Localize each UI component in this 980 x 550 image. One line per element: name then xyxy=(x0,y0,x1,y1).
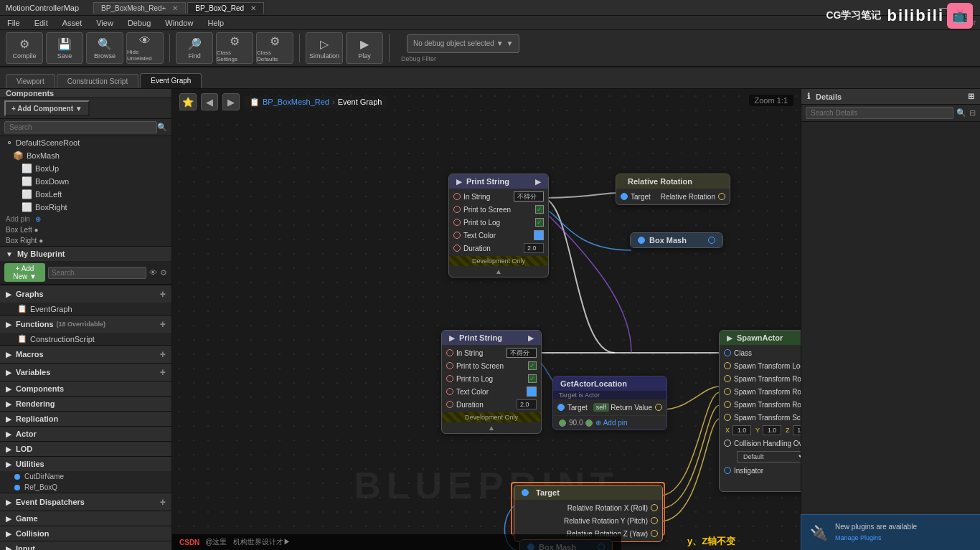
print1-collapse[interactable]: ▲ xyxy=(449,266,548,277)
lod-section[interactable]: ▶ LOD xyxy=(0,441,171,456)
close-tab-1-icon[interactable]: ✕ xyxy=(172,4,178,12)
variables-section[interactable]: ▶ Variables + xyxy=(0,363,171,381)
menu-debug[interactable]: Debug xyxy=(125,19,154,27)
tab-viewport[interactable]: Viewport xyxy=(6,74,55,88)
spawn-expand-row[interactable]: ▼ xyxy=(720,477,801,490)
tab-boxmesh-red[interactable]: BP_BoxMesh_Red+ ✕ xyxy=(93,2,186,14)
simulation-button[interactable]: ▷ Simulation xyxy=(306,32,343,64)
graphs-add-icon[interactable]: + xyxy=(160,288,166,300)
print1-instring-input[interactable] xyxy=(514,191,544,201)
add-pin-icon[interactable]: ⊕ xyxy=(35,215,41,223)
plugin-link[interactable]: Manage Plugins xyxy=(835,534,917,543)
get-actor-location-node[interactable]: GetActorLocation Target is Actor Target … xyxy=(552,376,667,430)
tab-construction-script[interactable]: Construction Script xyxy=(57,74,138,88)
spawn-rotz-row: Spawn Transform Rotation Z (Yaw) xyxy=(720,398,801,411)
eye-icon[interactable]: 👁 xyxy=(149,268,157,277)
bookmark-button[interactable]: ⭐ xyxy=(179,93,197,110)
print1-color-swatch[interactable] xyxy=(534,230,544,240)
utilities-section[interactable]: ▶ Utilities xyxy=(0,456,171,471)
settings-small-icon[interactable]: ⚙ xyxy=(160,268,167,278)
details-collapse-icon[interactable]: ⊟ xyxy=(969,108,976,118)
my-blueprint-search[interactable] xyxy=(48,267,146,279)
add-component-button[interactable]: + Add Component ▼ xyxy=(4,100,90,116)
menu-asset[interactable]: Asset xyxy=(60,19,85,27)
actor-section[interactable]: ▶ Actor xyxy=(0,426,171,441)
tree-item-boxright[interactable]: ⬜ BoxRight xyxy=(0,201,171,214)
boxmash1-in-pin xyxy=(638,237,645,244)
details-search-input[interactable] xyxy=(806,107,953,119)
ref-boxq-var[interactable]: Ref_BoxQ xyxy=(0,482,171,493)
collision-section[interactable]: ▶ Collision xyxy=(0,526,171,541)
replication-section[interactable]: ▶ Replication xyxy=(0,411,171,426)
menu-help[interactable]: Help xyxy=(204,19,227,27)
print-string-node-2[interactable]: ▶ Print String ▶ In String Print to Scre… xyxy=(441,330,542,434)
components-search-input[interactable] xyxy=(4,121,157,133)
macros-add-icon[interactable]: + xyxy=(160,349,166,360)
print2-duration-input[interactable] xyxy=(517,399,537,409)
scale-y-input[interactable] xyxy=(763,425,781,435)
variables-add-icon[interactable]: + xyxy=(160,366,166,378)
my-blueprint-header[interactable]: ▼ My Blueprint xyxy=(0,246,171,261)
event-graph-item[interactable]: 📋 EventGraph xyxy=(0,303,171,315)
browse-button[interactable]: 🔍 Browse xyxy=(86,32,123,64)
menu-view[interactable]: View xyxy=(93,19,116,27)
tree-item-defaultsceneroot[interactable]: ⚬ DefaultSceneRoot xyxy=(0,136,171,149)
tree-item-boxmash[interactable]: 📦 BoxMash xyxy=(0,149,171,162)
menu-file[interactable]: File xyxy=(4,19,23,27)
collision-dropdown[interactable]: Default xyxy=(737,451,801,463)
rep-chevron-icon: ▶ xyxy=(6,415,11,423)
forward-button[interactable]: ▶ xyxy=(222,93,240,110)
details-grid-icon[interactable]: ⊞ xyxy=(968,92,974,101)
hide-unrelated-button[interactable]: 👁 Hide Unrelated xyxy=(126,32,164,64)
print2-instring-input[interactable] xyxy=(507,348,537,358)
menu-window[interactable]: Window xyxy=(162,19,196,27)
scale-z-input[interactable] xyxy=(793,425,801,435)
add-pin-canvas[interactable]: ⊕ Add pin xyxy=(595,419,627,427)
construction-script-item[interactable]: 📋 ConstructionScript xyxy=(0,333,171,345)
breadcrumb-root[interactable]: BP_BoxMesh_Red xyxy=(263,98,329,106)
rendering-section[interactable]: ▶ Rendering xyxy=(0,396,171,411)
debug-object-selector[interactable]: No debug object selected ▼ ▼ xyxy=(407,34,519,53)
relative-rotation-node-2[interactable]: Target Relative Rotation X (Roll) Relati… xyxy=(514,485,663,542)
print1-screen-check[interactable]: ✓ xyxy=(535,205,544,214)
relative-rotation-node-1[interactable]: Relative Rotation Target Relative Rotati… xyxy=(616,174,730,205)
canvas-area[interactable]: ⭐ ◀ ▶ 📋 BP_BoxMesh_Red › Event Graph Zoo… xyxy=(172,89,801,550)
event-dispatchers-section[interactable]: ▶ Event Dispatchers + xyxy=(0,493,171,511)
menu-edit[interactable]: Edit xyxy=(32,19,51,27)
tree-item-boxleft[interactable]: ⬜ BoxLeft xyxy=(0,188,171,201)
macros-section[interactable]: ▶ Macros + xyxy=(0,345,171,363)
print2-screen-check[interactable]: ✓ xyxy=(528,361,537,370)
print1-duration-input[interactable] xyxy=(524,243,544,253)
print2-color-swatch[interactable] xyxy=(527,387,537,397)
print-string-node-1[interactable]: ▶ Print String ▶ In String Print to Scre… xyxy=(448,174,549,278)
box-mash-node-1[interactable]: Box Mash xyxy=(630,232,723,248)
class-settings-button[interactable]: ⚙ Class Settings xyxy=(216,32,253,64)
dispatchers-add-icon[interactable]: + xyxy=(160,496,166,508)
print2-log-check[interactable]: ✓ xyxy=(528,374,537,383)
tree-item-boxup[interactable]: ⬜ BoxUp xyxy=(0,162,171,175)
functions-add-icon[interactable]: + xyxy=(160,318,166,330)
class-defaults-button[interactable]: ⚙ Class Defaults xyxy=(256,32,293,64)
components-subsection[interactable]: ▶ Components xyxy=(0,381,171,396)
add-new-button[interactable]: + Add New ▼ xyxy=(4,263,45,282)
game-section[interactable]: ▶ Game xyxy=(0,511,171,526)
spawn-actor-node[interactable]: ▶ SpawnActor ▷ Class Return Value xyxy=(719,330,801,492)
boxmash-icon: 📦 xyxy=(13,151,24,161)
tab-boxq-red[interactable]: BP_BoxQ_Red ✕ xyxy=(187,2,264,14)
compile-button[interactable]: ⚙ Compile xyxy=(6,32,43,64)
scale-x-input[interactable] xyxy=(732,425,751,435)
spawn-body: Class Return Value Spawn Transform Locat… xyxy=(720,345,801,491)
close-tab-2-icon[interactable]: ✕ xyxy=(250,4,256,12)
cutdirname-var[interactable]: CutDirName xyxy=(0,471,171,482)
print1-log-check[interactable]: ✓ xyxy=(535,218,544,227)
tab-event-graph[interactable]: Event Graph xyxy=(140,73,202,88)
graphs-section[interactable]: ▶ Graphs + xyxy=(0,285,171,303)
find-button[interactable]: 🔎 Find xyxy=(176,32,213,64)
save-button[interactable]: 💾 Save xyxy=(46,32,83,64)
play-button[interactable]: ▶ Play xyxy=(346,32,383,64)
back-button[interactable]: ◀ xyxy=(201,93,218,110)
functions-section[interactable]: ▶ Functions (18 Overridable) + xyxy=(0,315,171,333)
tree-item-boxdown[interactable]: ⬜ BoxDown xyxy=(0,175,171,188)
print2-collapse[interactable]: ▲ xyxy=(442,422,541,433)
input-section[interactable]: ▶ Input xyxy=(0,541,171,550)
